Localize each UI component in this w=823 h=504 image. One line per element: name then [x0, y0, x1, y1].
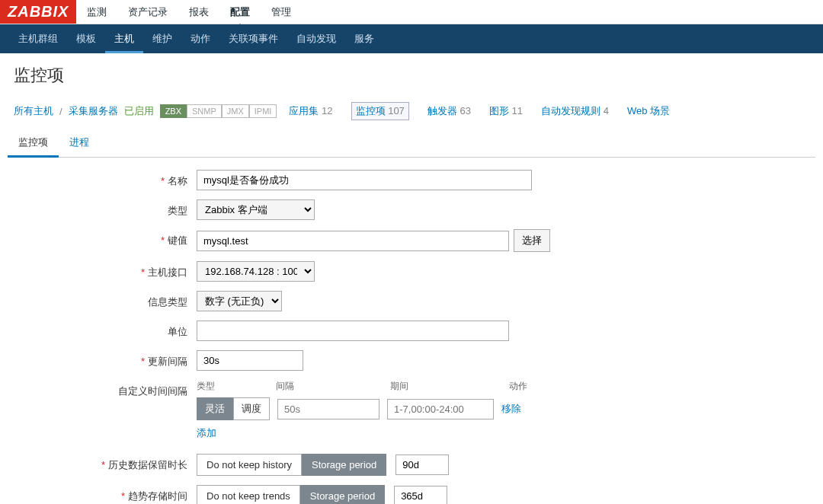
- bc-applications[interactable]: 应用集 12: [289, 104, 332, 118]
- row-type: 类型 Zabbix 客户端: [14, 199, 809, 220]
- input-update[interactable]: [197, 350, 303, 371]
- row-key: *键值 选择: [14, 229, 809, 252]
- label-name: 名称: [168, 175, 187, 187]
- menu-monitor[interactable]: 监测: [76, 1, 117, 24]
- breadcrumb: 所有主机 / 采集服务器 已启用 ZBX SNMP JMX IPMI 应用集 1…: [0, 97, 823, 129]
- top-nav: ZABBIX 监测 资产记录 报表 配置 管理: [0, 0, 823, 24]
- bc-status: 已启用: [124, 104, 154, 118]
- toggle-flexible[interactable]: 灵活: [197, 397, 233, 420]
- bc-sep: /: [59, 106, 62, 117]
- row-host-if: *主机接口 192.168.74.128 : 10050: [14, 261, 809, 282]
- tab-monitor-item[interactable]: 监控项: [8, 129, 59, 158]
- bc-triggers[interactable]: 触发器 63: [428, 104, 471, 118]
- toggle-scheduling[interactable]: 调度: [233, 397, 270, 420]
- logo: ZABBIX: [0, 0, 76, 24]
- subnav-hostgroups[interactable]: 主机群组: [9, 24, 67, 53]
- subnav-services[interactable]: 服务: [345, 24, 383, 53]
- label-host-if: 主机接口: [148, 266, 187, 278]
- label-custom: 自定义时间间隔: [118, 385, 187, 397]
- bc-items[interactable]: 监控项 107: [351, 102, 409, 120]
- label-info-type: 信息类型: [148, 296, 187, 308]
- bc-discovery-rules[interactable]: 自动发现规则 4: [541, 104, 609, 118]
- menu-inventory[interactable]: 资产记录: [117, 1, 178, 24]
- col-period: 期间: [390, 380, 501, 393]
- select-key-button[interactable]: 选择: [514, 229, 550, 252]
- label-unit: 单位: [168, 326, 187, 337]
- bc-web[interactable]: Web 场景: [627, 104, 670, 118]
- row-trend: *趋势存储时间 Do not keep trends Storage perio…: [14, 485, 809, 504]
- select-host-if[interactable]: 192.168.74.128 : 10050: [197, 261, 315, 282]
- input-name[interactable]: [197, 170, 532, 190]
- subnav-correlation[interactable]: 关联项事件: [219, 24, 287, 53]
- input-period[interactable]: [387, 399, 494, 419]
- input-unit[interactable]: [197, 321, 509, 341]
- bc-all-hosts[interactable]: 所有主机: [14, 104, 53, 118]
- subnav-maintenance[interactable]: 维护: [143, 24, 181, 53]
- input-interval[interactable]: [277, 399, 379, 419]
- label-history: 历史数据保留时长: [108, 459, 187, 471]
- label-type: 类型: [168, 205, 187, 216]
- row-custom-interval: 自定义时间间隔 类型 间隔 期间 动作 灵活 调度 移除: [14, 380, 809, 440]
- item-form: *名称 类型 Zabbix 客户端 *键值 选择 *主机接口 192.168.7…: [0, 158, 823, 504]
- badge-snmp: SNMP: [187, 104, 222, 118]
- badge-ipmi: IPMI: [249, 104, 277, 118]
- trend-no-keep[interactable]: Do not keep trends: [197, 485, 300, 504]
- bc-badges: ZBX SNMP JMX IPMI: [160, 104, 277, 118]
- add-interval[interactable]: 添加: [197, 426, 527, 440]
- row-update: *更新间隔: [14, 350, 809, 371]
- input-trend[interactable]: [394, 486, 447, 504]
- badge-jmx: JMX: [222, 104, 249, 118]
- input-history[interactable]: [395, 455, 449, 475]
- badge-zbx: ZBX: [160, 104, 187, 118]
- select-info-type[interactable]: 数字 (无正负): [197, 291, 282, 311]
- row-history: *历史数据保留时长 Do not keep history Storage pe…: [14, 454, 809, 476]
- top-menu: 监测 资产记录 报表 配置 管理: [76, 1, 302, 24]
- col-action: 动作: [509, 380, 527, 393]
- remove-interval[interactable]: 移除: [501, 402, 521, 416]
- menu-admin[interactable]: 管理: [261, 1, 302, 24]
- page-title: 监控项: [0, 53, 823, 97]
- row-unit: 单位: [14, 321, 809, 341]
- bc-graphs[interactable]: 图形 11: [489, 104, 523, 118]
- menu-reports[interactable]: 报表: [178, 1, 219, 24]
- subnav-discovery[interactable]: 自动发现: [287, 24, 345, 53]
- row-info-type: 信息类型 数字 (无正负): [14, 291, 809, 311]
- tab-process[interactable]: 进程: [59, 129, 100, 157]
- history-no-keep[interactable]: Do not keep history: [197, 454, 302, 476]
- col-type: 类型: [197, 380, 268, 393]
- bc-host[interactable]: 采集服务器: [69, 104, 118, 118]
- interval-type-toggle: 灵活 调度: [197, 397, 270, 420]
- subnav-hosts[interactable]: 主机: [105, 24, 143, 53]
- row-name: *名称: [14, 170, 809, 190]
- history-storage[interactable]: Storage period: [302, 454, 386, 476]
- label-key: 键值: [168, 234, 187, 246]
- label-update: 更新间隔: [148, 356, 187, 367]
- col-interval: 间隔: [276, 380, 383, 393]
- menu-config[interactable]: 配置: [219, 1, 261, 24]
- trend-storage[interactable]: Storage period: [300, 485, 385, 504]
- subnav-actions[interactable]: 动作: [181, 24, 219, 53]
- tabs: 监控项 进程: [8, 129, 815, 158]
- subnav-templates[interactable]: 模板: [67, 24, 105, 53]
- input-key[interactable]: [197, 231, 509, 251]
- sub-nav: 主机群组 模板 主机 维护 动作 关联项事件 自动发现 服务: [0, 24, 823, 53]
- select-type[interactable]: Zabbix 客户端: [197, 199, 315, 220]
- label-trend: 趋势存储时间: [128, 490, 187, 502]
